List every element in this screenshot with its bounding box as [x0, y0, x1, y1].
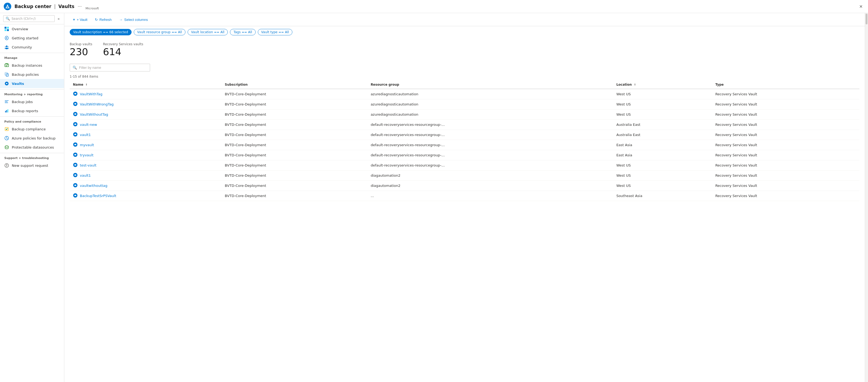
vaults-icon [4, 81, 9, 86]
sidebar-search-box[interactable]: 🔍 Search (Ctrl+/) [3, 15, 55, 22]
sidebar-label-overview: Overview [12, 27, 28, 31]
sidebar-collapse-btn[interactable]: « [56, 16, 61, 22]
svg-point-40 [75, 144, 76, 145]
vault-type-cell: Recovery Services Vault [712, 140, 860, 150]
col-header-name[interactable]: Name ↕ [70, 80, 222, 89]
svg-point-36 [75, 124, 76, 125]
vault-type-cell: Recovery Services Vault [712, 109, 860, 119]
select-columns-label: Select columns [124, 18, 148, 22]
vault-name-cell[interactable]: myvault [70, 140, 222, 150]
section-support: Support + troubleshooting [0, 153, 64, 161]
more-options-btn[interactable]: ··· [78, 4, 82, 9]
vault-row-icon [73, 163, 78, 168]
scrollbar-track[interactable] [865, 13, 868, 382]
vault-name-cell[interactable]: vault1 [70, 130, 222, 140]
col-header-resource-group: Resource group [367, 80, 613, 89]
filter-name-input[interactable] [79, 66, 147, 70]
filter-subscription[interactable]: Vault subscription == 66 selected [70, 29, 131, 35]
sidebar-item-protectable-datasources[interactable]: Protectable datasources [0, 143, 64, 152]
section-manage: Manage [0, 53, 64, 61]
table-container: Name ↕ Subscription Resource group Locat… [64, 80, 865, 201]
sidebar-item-backup-compliance[interactable]: Backup compliance [0, 125, 64, 134]
vault-name-text: vault1 [80, 173, 91, 177]
vault-resource-group-cell: azurediagnosticautomation [367, 99, 613, 109]
sidebar-label-backup-policies: Backup policies [12, 73, 39, 76]
scrollbar-thumb[interactable] [866, 14, 867, 24]
sidebar-item-community[interactable]: Community [0, 42, 64, 52]
sidebar-item-backup-instances[interactable]: Backup instances [0, 61, 64, 70]
vault-name-cell[interactable]: vault-new [70, 120, 222, 130]
filter-name-container: 🔍 [70, 64, 150, 71]
vault-name-cell[interactable]: vault1 [70, 171, 222, 180]
vault-name-text: vault1 [80, 133, 91, 137]
select-columns-button[interactable]: → Select columns [116, 16, 151, 23]
svg-point-30 [75, 93, 76, 94]
vault-name-cell[interactable]: tryvault [70, 150, 222, 160]
svg-point-7 [7, 46, 8, 47]
sort-name-icon: ↕ [86, 83, 88, 86]
filter-type[interactable]: Vault type == All [258, 29, 292, 35]
vault-subscription-cell: BVTD-Core-Deployment [222, 180, 367, 190]
vault-name-cell[interactable]: VaultWithoutTag [70, 109, 222, 119]
vault-location-cell: Australia East [613, 130, 712, 140]
filter-location[interactable]: Vault location == All [188, 29, 228, 35]
sidebar-item-new-support[interactable]: ? New support request [0, 161, 64, 170]
vault-row-icon [73, 101, 78, 107]
stat-recovery-vaults: Recovery Services vaults 614 [103, 42, 143, 57]
vault-subscription-cell: BVTD-Core-Deployment [222, 150, 367, 160]
refresh-label: Refresh [99, 18, 112, 22]
select-columns-icon: → [119, 18, 123, 22]
add-vault-button[interactable]: + + Vault [70, 16, 91, 23]
vault-location-cell: West US [613, 180, 712, 190]
vault-resource-group-cell: azurediagnosticautomation [367, 89, 613, 99]
add-vault-label: + Vault [76, 18, 87, 22]
sidebar-item-vaults[interactable]: Vaults [0, 79, 64, 88]
svg-point-10 [7, 48, 9, 49]
refresh-button[interactable]: ↻ Refresh [92, 16, 115, 23]
vault-location-cell: Australia East [613, 119, 712, 130]
svg-point-17 [6, 83, 7, 84]
filter-resource-group[interactable]: Vault resource group == All [134, 29, 185, 35]
vault-row-icon [73, 193, 78, 199]
vault-row-icon [73, 122, 78, 128]
table-items-count: 1-15 of 844 items [70, 75, 98, 78]
filter-type-label: Vault type == All [261, 30, 289, 34]
overview-icon [4, 27, 9, 31]
close-button[interactable]: ✕ [857, 3, 865, 10]
sidebar-label-azure-policies: Azure policies for backup [12, 136, 56, 140]
filter-name-row: 🔍 [64, 62, 865, 74]
sidebar-label-backup-reports: Backup reports [12, 109, 38, 113]
svg-point-9 [5, 48, 6, 49]
vault-name-cell[interactable]: BackupTestSrPSVault [70, 191, 222, 201]
sidebar-item-backup-reports[interactable]: Backup reports [0, 106, 64, 115]
sidebar-item-backup-jobs[interactable]: Backup jobs [0, 97, 64, 106]
svg-rect-3 [5, 29, 6, 31]
vault-name-cell[interactable]: VaultWithTag [70, 89, 222, 99]
sidebar-item-azure-policies[interactable]: Azure policies for backup [0, 134, 64, 143]
vault-resource-group-cell: diagautomation2 [367, 170, 613, 180]
filter-tags[interactable]: Tags == All [230, 29, 255, 35]
sidebar-item-overview[interactable]: Overview [0, 24, 64, 33]
azure-logo [3, 2, 12, 11]
vault-name-cell[interactable]: vaultwithouttag [70, 181, 222, 190]
vault-row-icon [73, 112, 78, 117]
vault-location-cell: East Asia [613, 150, 712, 160]
table-row: myvaultBVTD-Core-Deploymentdefault-recov… [70, 140, 860, 150]
filter-subscription-label: Vault subscription == 66 selected [73, 30, 128, 34]
vault-location-cell: West US [613, 109, 712, 119]
col-header-location[interactable]: Location ↕ [613, 80, 712, 89]
vault-name-cell[interactable]: test-vault [70, 160, 222, 170]
page-title: Vaults [58, 4, 74, 9]
svg-rect-20 [5, 103, 8, 103]
vault-subscription-cell: BVTD-Core-Deployment [222, 160, 367, 170]
vault-resource-group-cell: default-recoveryservices-resourcegroup-.… [367, 130, 613, 140]
vault-name-cell[interactable]: VaultWithWrongTag [70, 99, 222, 109]
sidebar-item-getting-started[interactable]: Getting started [0, 33, 64, 42]
vault-row-icon [73, 152, 78, 158]
sidebar-item-backup-policies[interactable]: Backup policies [0, 70, 64, 79]
stat-backup-vaults-value: 230 [70, 46, 92, 57]
vault-subscription-cell: BVTD-Core-Deployment [222, 119, 367, 130]
svg-rect-18 [5, 100, 8, 101]
vault-location-cell: Southeast Asia [613, 190, 712, 201]
table-info: 1-15 of 844 items [64, 74, 865, 80]
